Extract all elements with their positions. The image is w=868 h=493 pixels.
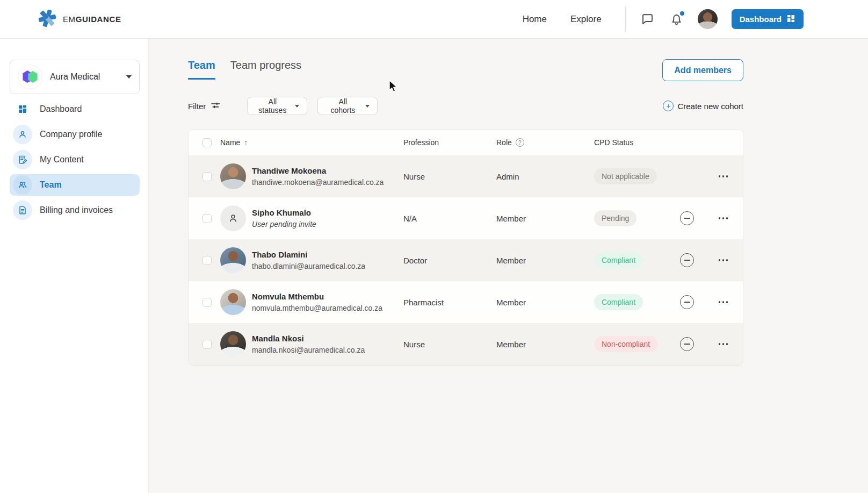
column-header-role: Role ? (496, 138, 594, 147)
notifications-bell-icon[interactable] (669, 11, 685, 27)
statuses-dropdown[interactable]: All statuses (247, 97, 307, 115)
invoice-icon (13, 201, 32, 220)
member-email: thabo.dlamini@auramedical.co.za (252, 262, 403, 270)
sidebar-item-company-profile[interactable]: Company profile (10, 124, 140, 145)
avatar (220, 289, 246, 315)
remove-member-button[interactable] (680, 253, 694, 267)
sort-ascending-icon: ↑ (244, 138, 248, 147)
sidebar-item-my-content[interactable]: My Content (10, 149, 140, 170)
avatar (220, 331, 246, 357)
nav-home[interactable]: Home (523, 14, 547, 25)
table-row: Sipho Khumalo User pending invite N/A Me… (189, 197, 743, 239)
table-row: Nomvula Mthembu nomvula.mthembu@auramedi… (189, 281, 743, 323)
sidebar: Aura Medical Dashboard Company (0, 39, 149, 493)
member-role: Member (496, 340, 594, 349)
member-email: thandiwe.mokoena@auramedical.co.za (252, 178, 403, 187)
member-role: Member (496, 214, 594, 223)
status-badge: Compliant (594, 294, 643, 310)
cohorts-dropdown[interactable]: All cohorts (317, 97, 378, 115)
filter-toggle[interactable]: Filter (188, 101, 221, 111)
member-name: Thabo Dlamini (252, 250, 403, 259)
remove-member-button[interactable] (680, 337, 694, 351)
table-row: Thandiwe Mokoena thandiwe.mokoena@aurame… (189, 155, 743, 197)
member-role: Member (496, 256, 594, 265)
add-members-button[interactable]: Add members (662, 59, 743, 81)
brand-name: EMGUIDANCE (63, 15, 121, 24)
row-actions-menu[interactable] (718, 172, 729, 181)
main-content: Team Team progress Add members Filter Al… (149, 39, 868, 493)
member-pending-note: User pending invite (252, 220, 403, 228)
sidebar-item-team[interactable]: Team (10, 174, 140, 196)
emguidance-asterisk-icon (38, 9, 57, 30)
member-email: mandla.nkosi@auramedical.co.za (252, 346, 403, 354)
tab-team[interactable]: Team (188, 59, 215, 80)
company-logo-icon (18, 65, 42, 89)
chevron-down-icon (295, 105, 299, 108)
column-header-name[interactable]: Name ↑ (220, 138, 403, 147)
company-name: Aura Medical (50, 72, 126, 82)
filter-lines-icon (211, 101, 221, 111)
select-all-checkbox[interactable] (202, 138, 212, 147)
status-badge: Not applicable (594, 168, 657, 184)
column-header-cpd-status: CPD Status (594, 138, 680, 147)
chevron-down-icon (126, 75, 132, 78)
status-badge: Pending (594, 210, 636, 226)
member-email: nomvula.mthembu@auramedical.co.za (252, 304, 403, 312)
sidebar-menu: Dashboard Company profile My Content (10, 98, 140, 221)
avatar-placeholder (220, 205, 246, 231)
row-checkbox[interactable] (202, 172, 212, 181)
dashboard-button[interactable]: Dashboard (732, 9, 804, 29)
team-table: Name ↑ Profession Role ? CPD Status Than… (188, 129, 743, 366)
brand-logo: EMGUIDANCE (38, 9, 121, 30)
remove-member-button[interactable] (680, 295, 694, 309)
document-edit-icon (13, 150, 32, 169)
user-avatar[interactable] (698, 9, 718, 29)
row-checkbox[interactable] (202, 256, 212, 265)
member-name: Thandiwe Mokoena (252, 166, 403, 175)
sidebar-item-billing[interactable]: Billing and invoices (10, 199, 140, 221)
people-icon (13, 175, 32, 195)
member-profession: Doctor (403, 256, 496, 265)
table-row: Thabo Dlamini thabo.dlamini@auramedical.… (189, 239, 743, 281)
member-role: Member (496, 298, 594, 307)
table-header-row: Name ↑ Profession Role ? CPD Status (189, 130, 743, 155)
row-checkbox[interactable] (202, 214, 212, 223)
remove-member-button[interactable] (680, 211, 694, 225)
member-role: Admin (496, 172, 594, 181)
table-row: Mandla Nkosi mandla.nkosi@auramedical.co… (189, 323, 743, 365)
avatar (220, 163, 246, 189)
member-profession: N/A (403, 214, 496, 223)
help-icon[interactable]: ? (516, 138, 524, 147)
row-actions-menu[interactable] (718, 214, 729, 223)
row-checkbox[interactable] (202, 298, 212, 307)
member-name: Mandla Nkosi (252, 334, 403, 343)
grid-icon (13, 99, 32, 119)
member-name: Sipho Khumalo (252, 208, 403, 217)
member-profession: Nurse (403, 172, 496, 181)
header-divider (625, 7, 626, 32)
row-checkbox[interactable] (202, 340, 212, 349)
company-switcher[interactable]: Aura Medical (10, 60, 140, 94)
row-actions-menu[interactable] (718, 298, 729, 306)
member-profession: Nurse (403, 340, 496, 349)
tab-team-progress[interactable]: Team progress (230, 59, 301, 80)
member-name: Nomvula Mthembu (252, 292, 403, 301)
person-icon (13, 125, 32, 144)
avatar (220, 247, 246, 273)
member-profession: Pharmacist (403, 298, 496, 307)
column-header-profession: Profession (403, 138, 496, 147)
chat-icon[interactable] (640, 11, 656, 27)
sidebar-item-dashboard[interactable]: Dashboard (10, 98, 140, 120)
top-header: EMGUIDANCE Home Explore Dashboard (0, 0, 868, 39)
row-actions-menu[interactable] (718, 340, 729, 348)
row-actions-menu[interactable] (718, 256, 729, 265)
plus-circle-icon: + (663, 101, 674, 111)
status-badge: Compliant (594, 252, 643, 268)
status-badge: Non-compliant (594, 336, 657, 352)
chevron-down-icon (365, 105, 370, 108)
nav-explore[interactable]: Explore (570, 14, 602, 25)
notification-dot (680, 11, 684, 16)
tab-bar: Team Team progress (188, 59, 301, 80)
dashboard-grid-icon (786, 14, 795, 25)
create-new-cohort-link[interactable]: + Create new cohort (663, 101, 743, 111)
